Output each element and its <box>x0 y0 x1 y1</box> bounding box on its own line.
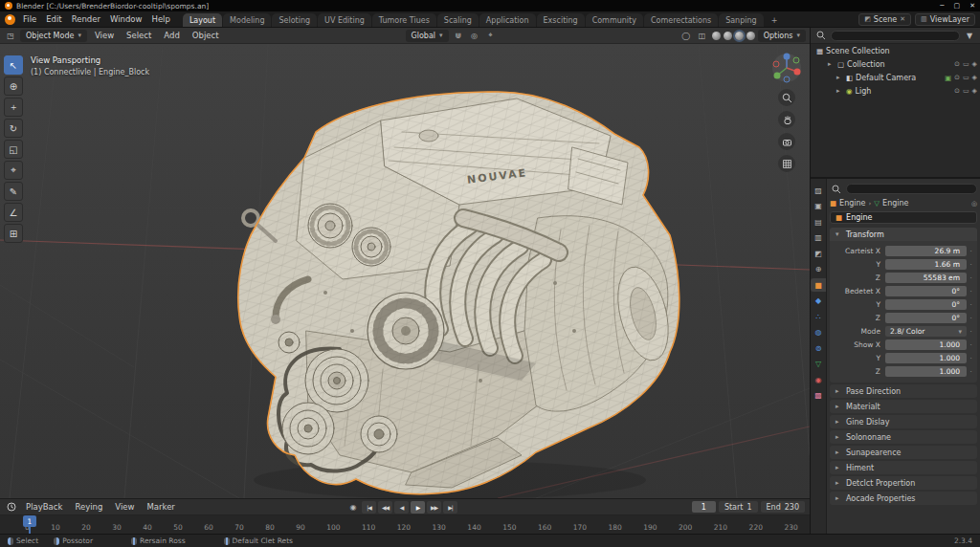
proportional-edit-icon[interactable]: ◎ <box>468 30 481 42</box>
tab-modifiers-icon[interactable]: ◆ <box>811 295 826 308</box>
timeline-editor-icon[interactable] <box>5 501 18 514</box>
tab-particles-icon[interactable]: ∴ <box>811 310 826 323</box>
screen-icon[interactable]: ▭ <box>963 87 969 95</box>
pin-icon[interactable]: ◎ <box>971 200 977 208</box>
editor-type-icon[interactable]: ◳ <box>4 30 17 42</box>
zoom-icon[interactable] <box>778 89 795 106</box>
section-relations[interactable]: ▸Materialt <box>830 400 977 413</box>
tab-scripting[interactable]: Sanping <box>719 13 764 27</box>
rotate-tool[interactable]: ↻ <box>4 119 23 138</box>
menu-edit[interactable]: Edit <box>41 12 66 26</box>
close-button[interactable]: ✕ <box>969 2 975 10</box>
location-y-field[interactable]: 1.66 m <box>885 259 967 270</box>
outliner-row-scene-collection[interactable]: ▦ Scene Collection <box>811 44 980 57</box>
tab-sculpting[interactable]: Seloting <box>272 13 317 27</box>
jump-to-start-button[interactable]: |◀ <box>362 501 376 514</box>
menu-select[interactable]: Select <box>122 29 156 42</box>
tab-animation[interactable]: Application <box>479 13 536 27</box>
properties-search-input[interactable] <box>846 184 977 194</box>
add-cube-tool[interactable]: ⊞ <box>4 224 23 243</box>
outliner-row-camera[interactable]: ▸ ◧ Default Camera ▣ ⊙ ▭ ◈ <box>811 71 980 84</box>
tab-render-icon[interactable]: ▣ <box>811 200 826 213</box>
render-camera-icon[interactable]: ◈ <box>972 87 977 95</box>
viewport-canvas[interactable]: NOUVAE <box>0 44 810 498</box>
tab-scene-icon[interactable]: ◩ <box>811 247 826 260</box>
screen-icon[interactable]: ▭ <box>963 74 969 81</box>
play-reverse-button[interactable]: ◀ <box>394 501 409 514</box>
tab-layout[interactable]: Layout <box>183 13 222 27</box>
expand-icon[interactable]: ▸ <box>836 87 843 95</box>
tab-modeling[interactable]: Modeling <box>223 13 271 27</box>
object-name-field[interactable]: ■ Engine <box>830 211 977 224</box>
tab-geometry[interactable]: Comerectations <box>644 13 718 27</box>
gizmo-toggle-icon[interactable]: ⌖ <box>484 30 498 42</box>
menu-add[interactable]: Add <box>159 29 184 42</box>
scale-z-field[interactable]: 1.000 <box>885 366 967 377</box>
shading-rendered-icon[interactable] <box>746 32 755 40</box>
expand-icon[interactable]: ▸ <box>828 60 835 68</box>
screen-icon[interactable]: ▭ <box>963 60 969 68</box>
tab-uv-editing[interactable]: UV Editing <box>318 13 371 27</box>
eye-icon[interactable]: ⊙ <box>954 87 960 95</box>
section-visibility[interactable]: ▸Himent <box>830 461 977 474</box>
animate-dot-icon[interactable]: · <box>967 315 975 322</box>
shading-solid-icon[interactable] <box>724 32 732 40</box>
transform-tool[interactable]: ⌖ <box>4 161 23 180</box>
tab-compositing[interactable]: Community <box>586 13 643 27</box>
outliner-search-input[interactable] <box>831 31 960 41</box>
animate-dot-icon[interactable]: · <box>967 355 975 362</box>
animate-dot-icon[interactable]: · <box>967 328 975 336</box>
filter-funnel-icon[interactable]: ▼ <box>963 30 976 42</box>
animate-dot-icon[interactable]: · <box>967 368 975 376</box>
breadcrumb-object[interactable]: Engine <box>839 199 865 208</box>
tab-rendering[interactable]: Exsciting <box>537 13 585 27</box>
scale-y-field[interactable]: 1.000 <box>885 353 967 363</box>
rotation-x-field[interactable]: 0° <box>885 286 967 296</box>
shading-material-icon[interactable] <box>735 32 744 40</box>
camera-view-icon[interactable] <box>778 133 795 150</box>
scale-tool[interactable]: ◱ <box>4 140 23 159</box>
menu-keying[interactable]: Reying <box>70 500 107 514</box>
playhead[interactable]: 1 <box>23 515 36 534</box>
menu-view-timeline[interactable]: View <box>110 500 139 514</box>
menu-file[interactable]: File <box>18 12 41 26</box>
autokey-record-icon[interactable]: ◉ <box>346 501 360 514</box>
outliner-row-collection[interactable]: ▸ ▢ Collection ⊙ ▭ ◈ <box>811 57 980 71</box>
rotation-z-field[interactable]: 0° <box>885 313 967 323</box>
animate-dot-icon[interactable]: · <box>967 248 975 255</box>
breadcrumb-data[interactable]: Engine <box>882 199 908 208</box>
menu-marker[interactable]: Marker <box>142 500 179 514</box>
menu-render[interactable]: Render <box>67 12 105 26</box>
xray-toggle-icon[interactable]: ◫ <box>696 30 709 42</box>
tab-material-icon[interactable]: ◉ <box>811 373 826 386</box>
jump-to-end-button[interactable]: ▶| <box>443 501 457 514</box>
scale-x-field[interactable]: 1.000 <box>885 339 967 350</box>
animate-dot-icon[interactable]: · <box>967 288 975 295</box>
section-motion-paths[interactable]: ▸Sunapearence <box>830 446 977 459</box>
minimize-button[interactable]: ─ <box>940 2 944 10</box>
rotation-y-field[interactable]: 0° <box>885 299 967 310</box>
snap-magnet-icon[interactable]: ⋓ <box>452 30 465 42</box>
animate-dot-icon[interactable]: · <box>967 261 975 269</box>
transform-panel-header[interactable]: ▾ Transform <box>830 228 977 241</box>
options-dropdown[interactable]: Options ▾ <box>758 30 806 42</box>
location-z-field[interactable]: 55583 em <box>885 273 967 283</box>
annotate-tool[interactable]: ✎ <box>4 182 23 201</box>
render-camera-icon[interactable]: ◈ <box>972 74 977 81</box>
cursor-tool[interactable]: ⊕ <box>4 77 23 96</box>
menu-playback[interactable]: PlayBack <box>21 500 67 514</box>
outliner-row-light[interactable]: ▸ ◉ Ligh ⊙ ▭ ◈ <box>811 84 980 98</box>
search-icon[interactable] <box>830 183 843 195</box>
tab-shading[interactable]: Scaling <box>437 13 479 27</box>
measure-tool[interactable]: ∠ <box>4 203 23 222</box>
play-button[interactable]: ▶ <box>411 501 425 514</box>
menu-help[interactable]: Help <box>146 12 174 26</box>
expand-icon[interactable]: ▸ <box>836 74 843 81</box>
blender-logo-icon[interactable] <box>5 14 15 25</box>
viewlayer-selector[interactable]: ▥ ViewLayer <box>915 13 975 26</box>
orientation-dropdown[interactable]: Global ▾ <box>406 30 449 42</box>
show-overlays-icon[interactable]: ◯ <box>679 30 693 42</box>
tab-texture[interactable]: Tumore Tiues <box>372 13 436 27</box>
tab-output-icon[interactable]: ▤ <box>811 215 826 229</box>
tab-world-icon[interactable]: ⊕ <box>811 263 826 276</box>
